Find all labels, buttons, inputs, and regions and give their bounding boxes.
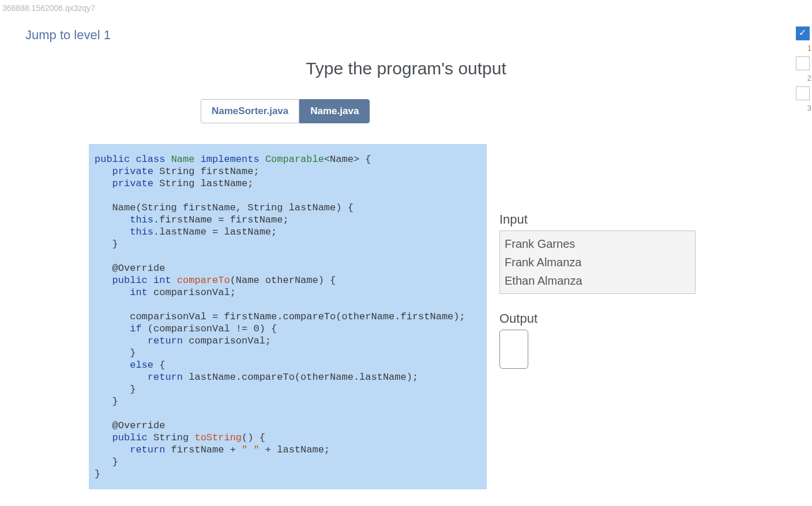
progress-num: 3 [807,104,811,112]
progress-num: 1 [807,44,811,52]
prompt-title: Type the program's output [164,59,648,78]
progress-num: 2 [807,74,811,82]
code-class: Name [171,154,195,165]
code-keyword: if [95,323,142,334]
code-keyword: public [95,432,148,443]
code-keyword: else [95,360,153,371]
progress-step-1[interactable]: 1 [796,27,810,40]
code-method: toString [194,432,242,443]
meta-id: 368888.1562006.qx3zqy7 [0,0,812,16]
tab-name[interactable]: Name.java [299,99,370,123]
code-keyword: int [153,275,171,286]
tab-namesorter[interactable]: NameSorter.java [201,99,299,123]
output-label: Output [499,311,701,326]
jump-to-level-link[interactable]: Jump to level 1 [25,28,812,43]
input-label: Input [499,212,701,227]
input-line: Frank Almanza [505,253,690,271]
input-line: Frank Garnes [505,235,690,253]
code-keyword: return [95,335,183,346]
code-method: compareTo [177,275,230,286]
output-textarea[interactable] [499,330,528,369]
code-string: " " [242,444,260,455]
input-box: Frank Garnes Frank Almanza Ethan Almanza [499,231,696,294]
progress-step-3[interactable]: 3 [796,86,810,100]
progress-tracker: 1 2 3 [796,23,812,116]
code-class: Comparable [265,154,324,165]
code-keyword: this [95,226,153,237]
progress-step-2[interactable]: 2 [796,56,810,70]
file-tabs: NameSorter.java Name.java [201,99,812,123]
input-line: Ethan Almanza [505,271,690,290]
code-keyword: public [95,154,130,165]
code-keyword: class [136,154,165,165]
code-keyword: return [95,444,165,455]
code-keyword: public [95,275,148,286]
code-keyword: this [95,214,153,225]
code-keyword: implements [201,154,260,165]
code-keyword: return [95,372,183,383]
code-keyword: private [95,178,153,189]
code-keyword: int [95,287,148,298]
code-block: public class Name implements Comparable<… [89,144,487,489]
code-keyword: private [95,166,153,177]
